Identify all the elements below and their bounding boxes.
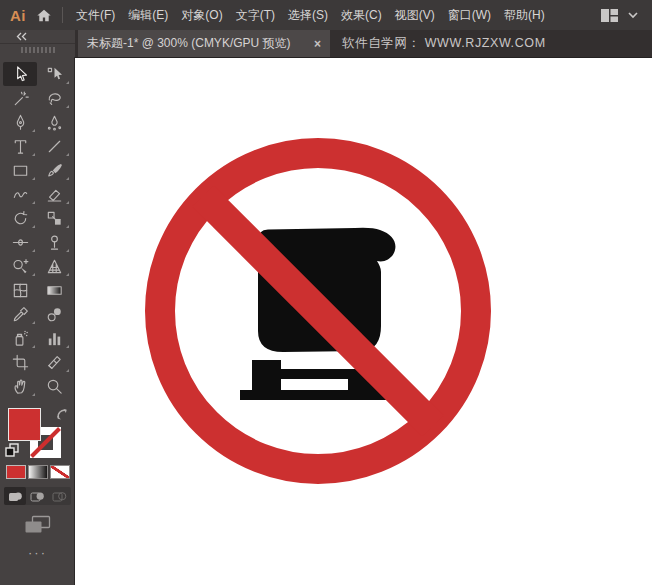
mesh-icon [11,281,30,300]
paintbrush-tool[interactable] [37,158,71,182]
default-fill-stroke-button[interactable] [5,443,20,462]
menu-item-window[interactable]: 窗口(W) [448,7,491,24]
main-area: ··· [0,57,652,585]
direct-selection-tool[interactable] [37,62,71,86]
menu-item-edit[interactable]: 编辑(E) [128,7,168,24]
shape-builder-tool[interactable] [3,254,37,278]
watermark-site-text: 软件自学网： WWW.RJZXW.COM [342,30,546,57]
paint-none-button[interactable] [50,465,70,479]
symbol-sprayer-tool[interactable] [3,326,37,350]
computer-base-block[interactable] [252,360,281,390]
perspective-grid-tool[interactable] [37,254,71,278]
tools-panel: ··· [0,57,75,585]
scale-tool[interactable] [37,206,71,230]
toolbar-panel-header [0,30,75,57]
paint-style-row [0,465,75,479]
artboard-icon [11,353,30,372]
workspace-switcher[interactable] [600,8,638,23]
tab-close-icon[interactable]: × [306,37,321,51]
menu-item-effect[interactable]: 效果(C) [341,7,382,24]
zoom-tool[interactable] [37,374,71,398]
rectangle-tool[interactable] [3,158,37,182]
paint-color-button[interactable] [6,465,26,479]
tools-grid [0,57,74,398]
pen-tool[interactable] [3,110,37,134]
workspace-switcher-icon [600,8,619,23]
draw-behind-button[interactable] [26,487,48,505]
menu: 文件(F)编辑(E)对象(O)文字(T)选择(S)效果(C)视图(V)窗口(W)… [76,7,545,24]
shaper-tool[interactable] [3,182,37,206]
paint-gradient-button[interactable] [28,465,48,479]
lasso-tool[interactable] [37,86,71,110]
hand-tool[interactable] [3,374,37,398]
graph-icon [45,329,64,348]
document-tab[interactable]: 未标题-1* @ 300% (CMYK/GPU 预览) × [78,30,330,57]
menu-item-select[interactable]: 选择(S) [288,7,328,24]
menu-item-view[interactable]: 视图(V) [395,7,435,24]
blend-tool[interactable] [37,302,71,326]
panel-grip-handle[interactable] [21,47,54,53]
curvature-icon [45,113,64,132]
menu-bar: Ai 文件(F)编辑(E)对象(O)文字(T)选择(S)效果(C)视图(V)窗口… [0,0,652,30]
puppet-warp-tool[interactable] [37,230,71,254]
shaper-icon [11,185,30,204]
fill-stroke-controls [0,404,75,464]
draw-inside-button[interactable] [49,487,71,505]
line-segment-tool[interactable] [37,134,71,158]
width-icon [11,233,30,252]
rotate-icon [11,209,30,228]
artboard-tool[interactable] [3,350,37,374]
shapebuilder-icon [11,257,30,276]
perspective-icon [45,257,64,276]
change-screen-mode-button[interactable] [0,515,75,535]
hand-icon [11,377,30,396]
gradient-tool[interactable] [37,278,71,302]
eyedropper-icon [11,305,30,324]
swap-fill-stroke-button[interactable] [56,407,69,425]
rotate-tool[interactable] [3,206,37,230]
lasso-icon [45,89,64,108]
type-icon [11,137,30,156]
edit-toolbar-button[interactable]: ··· [0,545,75,560]
menu-item-object[interactable]: 对象(O) [181,7,222,24]
draw-inside-icon [52,490,67,503]
rectangle-icon [11,161,30,180]
eraser-tool[interactable] [37,182,71,206]
collapse-panel-button[interactable] [16,32,27,43]
gradient-icon [45,281,64,300]
width-tool[interactable] [3,230,37,254]
eyedropper-tool[interactable] [3,302,37,326]
magic-wand-tool[interactable] [3,86,37,110]
slice-tool[interactable] [37,350,71,374]
fill-swatch[interactable] [8,408,41,441]
type-tool[interactable] [3,134,37,158]
selection-tool[interactable] [3,62,37,86]
home-button[interactable] [36,8,52,23]
chevron-down-icon [628,12,638,19]
tab-bar: 未标题-1* @ 300% (CMYK/GPU 预览) × 软件自学网： WWW… [0,30,652,57]
brush-icon [45,161,64,180]
double-chevron-left-icon [16,32,27,41]
prohibition-sign-artwork [75,58,651,585]
line-icon [45,137,64,156]
illustrator-logo: Ai [10,7,26,24]
artboard-canvas[interactable] [75,57,652,585]
computer-base-bottom-bar[interactable] [240,390,397,400]
menu-item-type[interactable]: 文字(T) [236,7,275,24]
wand-icon [11,89,30,108]
drawing-modes-row [4,487,71,505]
menubar-separator [62,7,63,23]
curvature-tool[interactable] [37,110,71,134]
menu-item-help[interactable]: 帮助(H) [504,7,545,24]
home-icon [36,8,52,23]
mesh-tool[interactable] [3,278,37,302]
document-tab-title: 未标题-1* @ 300% (CMYK/GPU 预览) [87,35,291,52]
selection-icon [11,65,30,84]
column-graph-tool[interactable] [37,326,71,350]
menu-item-file[interactable]: 文件(F) [76,7,115,24]
draw-behind-icon [30,490,45,503]
sprayer-icon [11,329,30,348]
draw-normal-button[interactable] [4,487,26,505]
slice-icon [45,353,64,372]
eraser-icon [45,185,64,204]
